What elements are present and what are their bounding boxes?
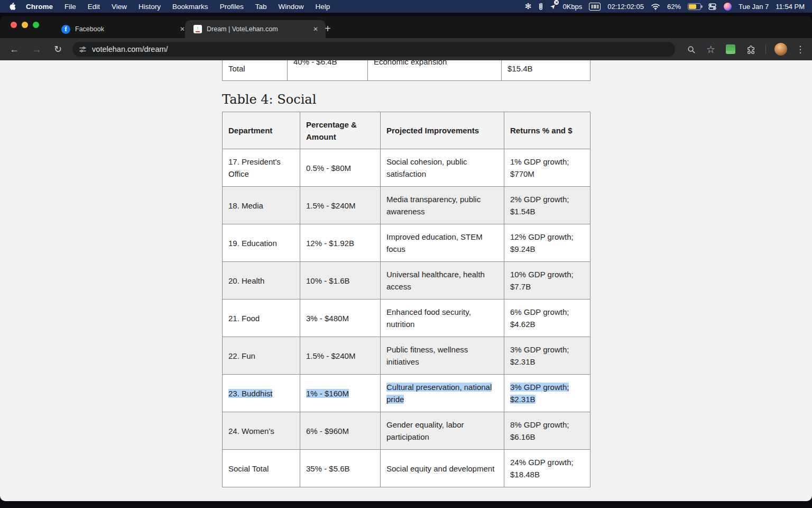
forward-icon[interactable]: → [25,44,48,55]
menu-help[interactable]: Help [309,3,336,11]
column-header: Returns % and $ [504,112,590,149]
table-row: 21. Food 3% - $480M Enhanced food securi… [223,300,590,337]
table-cell: 10% GDP growth; $7.7B [504,262,590,300]
table-row: 24. Women's 6% - $960M Gender equality, … [223,412,590,450]
menu-edit[interactable]: Edit [82,3,106,11]
apple-menu-icon[interactable] [8,2,16,11]
url-text[interactable]: votelehan.com/dream/ [92,45,168,53]
tab-dream-votelehan[interactable]: ↑ Dream | VoteLehan.com ✕ [185,20,326,38]
location-services-icon[interactable]: ➤✕ [550,3,556,10]
table-cell: Media transparency, public awareness [381,187,504,224]
menu-bar-date[interactable]: Tue Jan 7 [739,3,769,11]
column-header: Percentage & Amount [300,112,381,149]
votelehan-favicon: ↑ [193,25,202,33]
table-cell: Social Total [223,450,300,487]
close-window-button[interactable] [11,22,17,28]
openai-icon[interactable]: ✻ [525,2,532,11]
table-row: 19. Education 12% - $1.92B Improved educ… [223,224,590,262]
wifi-icon[interactable] [651,3,660,10]
table-cell: Total [223,60,288,81]
page-content: Total 40% - $6.4B Economic expansion $15… [0,60,812,501]
table-cell: 10% - $1.6B [300,262,381,300]
table-cell: Public fitness, wellness initiatives [381,337,504,375]
menu-chrome[interactable]: Chrome [20,3,59,11]
table-cell: Gender equality, labor participation [381,412,504,450]
table-row: 18. Media 1.5% - $240M Media transparenc… [223,187,590,224]
minimize-window-button[interactable] [22,22,28,28]
table-row: Social Total 35% - $5.6B Social equity a… [223,450,590,487]
table-cell: 12% - $1.92B [300,224,381,262]
table-cell: 3% - $480M [300,300,381,337]
table-cell: 3% GDP growth; $2.31B [504,375,590,412]
menu-file[interactable]: File [59,3,82,11]
social-table: Department Percentage & Amount Projected… [222,112,590,487]
table-cell: Enhanced food security, nutrition [381,300,504,337]
network-speed[interactable]: 0Kbps [562,3,582,11]
table-cell: 19. Education [223,224,300,262]
profile-avatar[interactable] [774,43,787,56]
table-cell: 17. President's Office [223,149,300,187]
column-header: Department [223,112,300,149]
table-cell: 20. Health [223,262,300,300]
table-cell: 18. Media [223,187,300,224]
table-cell: Improved education, STEM focus [381,224,504,262]
paperclip-icon[interactable] [538,2,543,11]
timer-value[interactable]: 02:12:02:05 [607,3,644,11]
table-cell: Social cohesion, public satisfaction [381,149,504,187]
extension-green-icon[interactable] [722,44,740,54]
table-row: Total 40% - $6.4B Economic expansion $15… [223,60,590,81]
table-header-row: Department Percentage & Amount Projected… [223,112,590,149]
table-cell: Social equity and development [381,450,504,487]
macos-menu-bar: Chrome File Edit View History Bookmarks … [0,0,812,13]
siri-icon[interactable] [724,3,732,11]
previous-table-total-row: Total 40% - $6.4B Economic expansion $15… [222,60,590,81]
address-bar[interactable]: votelehan.com/dream/ [72,42,675,57]
toolbar-divider [765,44,766,54]
search-icon[interactable] [682,45,700,54]
menu-bar-time[interactable]: 11:54 PM [776,3,805,11]
zoom-window-button[interactable] [33,22,39,28]
tab-facebook[interactable]: f Facebook ✕ [53,20,192,38]
menu-bookmarks[interactable]: Bookmarks [167,3,214,11]
menu-history[interactable]: History [133,3,167,11]
close-tab-icon[interactable]: ✕ [310,24,321,34]
facebook-icon: f [61,25,70,34]
table-cell: 12% GDP growth; $9.24B [504,224,590,262]
browser-window: f Facebook ✕ ↑ Dream | VoteLehan.com ✕ +… [0,16,812,501]
table-row: 20. Health 10% - $1.6B Universal healthc… [223,262,590,300]
control-center-icon[interactable] [708,3,717,10]
table-row: 22. Fun 1.5% - $240M Public fitness, wel… [223,337,590,375]
browser-toolbar: ← → ↻ votelehan.com/dream/ ☆ [0,38,812,60]
table-cell: 6% - $960M [300,412,381,450]
chrome-menu-icon[interactable]: ⋮ [792,44,810,55]
tab-strip: f Facebook ✕ ↑ Dream | VoteLehan.com ✕ + [0,16,812,38]
table-cell: 35% - $5.6B [300,450,381,487]
table-cell: 8% GDP growth; $6.16B [504,412,590,450]
menu-profiles[interactable]: Profiles [214,3,250,11]
back-icon[interactable]: ← [3,44,25,55]
bookmark-star-icon[interactable]: ☆ [702,43,719,56]
page-title: Table 4: Social [222,92,316,107]
battery-icon [688,3,701,10]
table-cell: 40% - $6.4B [288,60,368,81]
table-cell: Universal healthcare, health access [381,262,504,300]
table-cell: 23. Buddhist [223,375,300,412]
table-row-selected: 23. Buddhist 1% - $160M Cultural preserv… [223,375,590,412]
menu-tab[interactable]: Tab [250,3,273,11]
tab-label: Dream | VoteLehan.com [207,25,310,33]
table-cell: 1.5% - $240M [300,337,381,375]
reload-icon[interactable]: ↻ [48,43,68,55]
menu-view[interactable]: View [106,3,133,11]
table-cell: Cultural preservation, national pride [381,375,504,412]
tab-label: Facebook [75,25,177,33]
site-settings-icon[interactable] [79,46,87,53]
table-cell: 22. Fun [223,337,300,375]
table-cell: 24% GDP growth; $18.48B [504,450,590,487]
extensions-puzzle-icon[interactable] [742,44,760,55]
new-tab-button[interactable]: + [325,23,331,34]
menu-window[interactable]: Window [272,3,309,11]
screen: Chrome File Edit View History Bookmarks … [0,0,812,508]
battery-percent[interactable]: 62% [667,3,681,11]
table-cell: 2% GDP growth; $1.54B [504,187,590,224]
table-cell: 3% GDP growth; $2.31B [504,337,590,375]
